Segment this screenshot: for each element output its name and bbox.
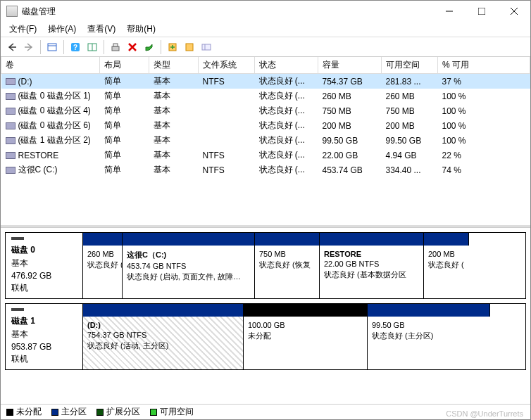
toolbar: ? [1, 37, 530, 57]
tool3-button[interactable] [199, 39, 214, 55]
disk-management-window: 磁盘管理 文件(F) 操作(A) 查看(V) 帮助(H) ? [0, 0, 531, 420]
forward-button[interactable] [21, 39, 37, 55]
delete-button[interactable] [125, 39, 140, 55]
volume-row[interactable]: (磁盘 0 磁盘分区 4)简单基本状态良好 (...750 MB750 MB10… [1, 103, 530, 118]
menubar: 文件(F) 操作(A) 查看(V) 帮助(H) [1, 22, 530, 37]
partition[interactable]: 100.00 GB未分配 [244, 317, 368, 369]
svg-rect-13 [186, 44, 193, 51]
tool2-button[interactable] [182, 39, 197, 55]
disk-graphical-view[interactable]: 磁盘 0基本476.92 GB联机260 MB状态良好 (E这很C（C:)453… [1, 227, 530, 404]
tool1-button[interactable] [165, 39, 180, 55]
disk-info[interactable]: 磁盘 0基本476.92 GB联机 [6, 233, 83, 298]
menu-help[interactable]: 帮助(H) [121, 22, 161, 37]
partition[interactable]: RESTORE22.00 GB NTFS状态良好 (基本数据分区 [320, 246, 424, 298]
disk-row: 磁盘 0基本476.92 GB联机260 MB状态良好 (E这很C（C:)453… [5, 232, 526, 299]
volume-table: 卷 布局 类型 文件系统 状态 容量 可用空间 % 可用 (D:)简单基本NTF… [1, 57, 530, 177]
volume-row[interactable]: (磁盘 0 磁盘分区 6)简单基本状态良好 (...200 MB200 MB10… [1, 118, 530, 133]
menu-file[interactable]: 文件(F) [4, 22, 42, 37]
partition[interactable]: 99.50 GB状态良好 (主分区) [368, 317, 490, 369]
disk-icon [11, 237, 24, 240]
minimize-button[interactable] [433, 1, 466, 22]
separator [63, 40, 64, 54]
back-button[interactable] [4, 39, 20, 55]
partition-container: 260 MB状态良好 (E这很C（C:)453.74 GB NTFS状态良好 (… [83, 233, 525, 298]
disk-row: 磁盘 1基本953.87 GB联机(D:)754.37 GB NTFS状态良好 … [5, 303, 526, 370]
settings-button[interactable] [108, 39, 123, 55]
col-free[interactable]: 可用空间 [382, 57, 438, 74]
col-pct[interactable]: % 可用 [438, 57, 530, 74]
titlebar: 磁盘管理 [1, 1, 530, 22]
volume-row[interactable]: 这很C (C:)简单基本NTFS状态良好 (...453.74 GB334.40… [1, 163, 530, 177]
view-details-button[interactable] [44, 39, 60, 55]
svg-text:?: ? [73, 44, 77, 51]
volume-icon [6, 167, 15, 174]
volume-row[interactable]: (磁盘 0 磁盘分区 1)简单基本状态良好 (...260 MB260 MB10… [1, 89, 530, 103]
partition[interactable]: 260 MB状态良好 (E [83, 246, 123, 298]
col-layout[interactable]: 布局 [100, 57, 149, 74]
svg-rect-10 [112, 46, 119, 51]
partition[interactable]: 这很C（C:)453.74 GB NTFS状态良好 (启动, 页面文件, 故障… [123, 246, 255, 298]
volume-row[interactable]: (D:)简单基本NTFS状态良好 (...754.37 GB281.83 ...… [1, 74, 530, 89]
svg-rect-11 [113, 44, 118, 46]
volume-icon [6, 152, 15, 159]
legend-extended: 扩展分区 [96, 406, 140, 418]
volume-icon [6, 108, 15, 115]
legend-primary: 主分区 [51, 406, 87, 418]
svg-rect-1 [478, 8, 485, 15]
disk-icon [11, 308, 24, 311]
separator [40, 40, 41, 54]
col-type[interactable]: 类型 [149, 57, 199, 74]
window-title: 磁盘管理 [22, 6, 433, 18]
disk-info[interactable]: 磁盘 1基本953.87 GB联机 [6, 304, 83, 369]
content: 卷 布局 类型 文件系统 状态 容量 可用空间 % 可用 (D:)简单基本NTF… [1, 57, 530, 419]
menu-action[interactable]: 操作(A) [42, 22, 82, 37]
volume-icon [6, 137, 15, 144]
col-volume[interactable]: 卷 [1, 57, 100, 74]
volume-icon [6, 93, 15, 100]
properties-button[interactable] [142, 39, 157, 55]
help-button[interactable]: ? [68, 39, 83, 55]
partition-container: (D:)754.37 GB NTFS状态良好 (活动, 主分区)100.00 G… [83, 304, 525, 369]
partition[interactable]: 750 MB状态良好 (恢复 [255, 246, 320, 298]
separator [104, 40, 104, 54]
partition[interactable]: (D:)754.37 GB NTFS状态良好 (活动, 主分区) [83, 317, 244, 369]
window-buttons [433, 1, 530, 22]
refresh-button[interactable] [85, 39, 100, 55]
legend-unalloc: 未分配 [6, 406, 42, 418]
partition[interactable]: 200 MB状态良好 ( [424, 246, 469, 298]
separator [161, 40, 161, 54]
volume-row[interactable]: (磁盘 1 磁盘分区 2)简单基本状态良好 (...99.50 GB99.50 … [1, 133, 530, 148]
col-fs[interactable]: 文件系统 [199, 57, 255, 74]
menu-view[interactable]: 查看(V) [82, 22, 121, 37]
legend-free: 可用空间 [150, 406, 194, 418]
svg-rect-4 [48, 44, 56, 51]
volume-icon [6, 122, 15, 129]
close-button[interactable] [498, 1, 530, 22]
watermark: CSDN @UnderTurrets [446, 409, 523, 418]
maximize-button[interactable] [466, 1, 498, 22]
svg-rect-14 [202, 44, 211, 50]
volume-row[interactable]: RESTORE简单基本NTFS状态良好 (...22.00 GB4.94 GB2… [1, 148, 530, 163]
col-status[interactable]: 状态 [255, 57, 318, 74]
app-icon [6, 6, 18, 17]
col-capacity[interactable]: 容量 [318, 57, 382, 74]
volume-icon [6, 78, 15, 85]
volume-list[interactable]: 卷 布局 类型 文件系统 状态 容量 可用空间 % 可用 (D:)简单基本NTF… [1, 57, 530, 227]
